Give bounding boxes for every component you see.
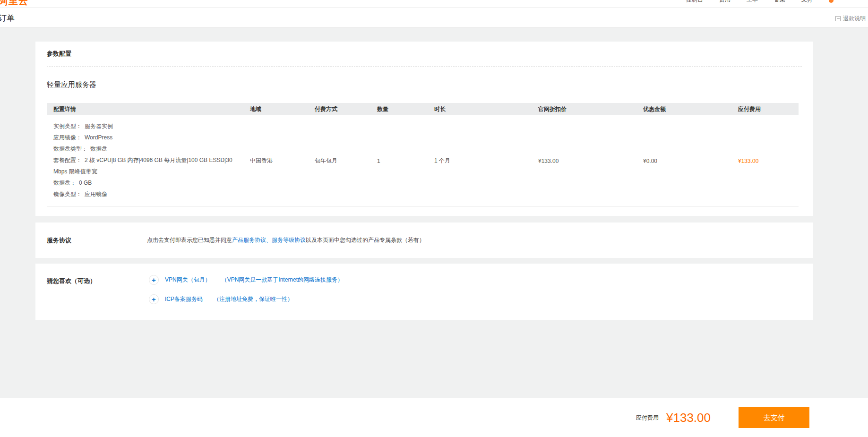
row-billing-method: 包年包月: [313, 157, 375, 165]
col-header-list-price: 官网折扣价: [536, 105, 641, 113]
main-content: 参数配置 轻量应用服务器 配置详情 地域 付费方式 数量 时长 官网折扣价 优惠…: [0, 28, 868, 398]
topnav-item-console[interactable]: 控制台: [686, 0, 703, 4]
col-header-quantity: 数量: [375, 105, 432, 113]
recommend-list: + VPN网关（包月） （VPN网关是一款基于Internet的网络连接服务） …: [149, 275, 343, 320]
top-nav: 阿里云 控制台 费用 工单 备案 支持: [0, 0, 868, 8]
recommend-item-desc: （VPN网关是一款基于Internet的网络连接服务）: [222, 276, 343, 284]
recommend-item-name: VPN网关（包月）: [165, 276, 211, 284]
pay-bar: 应付费用 ¥133.00 去支付: [0, 398, 868, 437]
col-header-region: 地域: [248, 105, 313, 113]
section-title-config: 参数配置: [47, 50, 802, 58]
topnav-item-billing[interactable]: 费用: [719, 0, 730, 4]
agreement-prefix: 点击去支付即表示您已知悉并同意: [147, 237, 232, 243]
topnav-item-support[interactable]: 支持: [801, 0, 813, 4]
config-line-datadisk: 数据盘：0 GB: [53, 177, 244, 189]
config-line-datadisk-type: 数据盘类型：数据盘: [53, 143, 244, 154]
payable-label: 应付费用: [636, 414, 659, 422]
page-title: 确认订单: [0, 13, 15, 24]
dashed-divider: [47, 66, 802, 67]
plus-icon[interactable]: +: [149, 275, 159, 285]
config-line-image-type: 镜像类型：应用镜像: [53, 189, 244, 200]
col-header-duration: 时长: [432, 105, 536, 113]
refund-note-label: 退款说明: [843, 15, 866, 23]
product-service-agreement-link[interactable]: 产品服务协议: [232, 237, 266, 243]
recommend-item-vpn[interactable]: + VPN网关（包月） （VPN网关是一款基于Internet的网络连接服务）: [149, 275, 343, 285]
avatar[interactable]: [829, 0, 834, 3]
title-bar: 确认订单 退款说明: [0, 8, 868, 28]
refund-note-icon: [835, 16, 841, 21]
section-title-agreement: 服务协议: [47, 236, 147, 245]
col-header-billing: 付费方式: [313, 105, 375, 113]
row-quantity: 1: [375, 158, 432, 164]
sla-agreement-link[interactable]: 服务等级协议: [272, 237, 306, 243]
payable-amount: ¥133.00: [666, 411, 711, 425]
row-duration: 1 个月: [432, 157, 536, 165]
plus-icon[interactable]: +: [149, 294, 159, 304]
topnav-item-icp[interactable]: 备案: [774, 0, 785, 4]
agreement-suffix: 以及本页面中您勾选过的产品专属条款（若有）: [306, 237, 425, 243]
col-header-discount: 优惠金额: [641, 105, 736, 113]
go-pay-button[interactable]: 去支付: [739, 407, 809, 428]
product-title: 轻量应用服务器: [47, 80, 802, 89]
order-table: 配置详情 地域 付费方式 数量 时长 官网折扣价 优惠金额 应付费用 实例类型：…: [47, 103, 799, 207]
config-line-app-image: 应用镜像：WordPress: [53, 132, 244, 143]
refund-note-link[interactable]: 退款说明: [835, 15, 866, 23]
parameter-config-card: 参数配置 轻量应用服务器 配置详情 地域 付费方式 数量 时长 官网折扣价 优惠…: [35, 42, 813, 216]
config-details: 实例类型：服务器实例 应用镜像：WordPress 数据盘类型：数据盘 套餐配置…: [47, 115, 248, 206]
col-header-config: 配置详情: [47, 105, 248, 113]
config-line-instance-type: 实例类型：服务器实例: [53, 120, 244, 132]
row-discount-amount: ¥0.00: [641, 158, 736, 164]
recommend-item-icp[interactable]: + ICP备案服务码 （注册地址免费，保证唯一性）: [149, 294, 343, 304]
row-payable-amount: ¥133.00: [736, 158, 799, 164]
col-header-payable: 应付费用: [736, 105, 799, 113]
service-agreement-card: 服务协议 点击去支付即表示您已知悉并同意产品服务协议、服务等级协议以及本页面中您…: [35, 223, 813, 258]
row-region: 中国香港: [248, 157, 313, 165]
agreement-text: 点击去支付即表示您已知悉并同意产品服务协议、服务等级协议以及本页面中您勾选过的产…: [147, 236, 425, 244]
brand-logo[interactable]: 阿里云: [0, 0, 28, 8]
section-title-recommend: 猜您喜欢（可选）: [47, 275, 149, 320]
recommendations-card: 猜您喜欢（可选） + VPN网关（包月） （VPN网关是一款基于Internet…: [35, 264, 813, 320]
topnav-item-ticket[interactable]: 工单: [747, 0, 758, 4]
recommend-item-name: ICP备案服务码: [165, 295, 203, 303]
order-table-header: 配置详情 地域 付费方式 数量 时长 官网折扣价 优惠金额 应付费用: [47, 103, 799, 115]
agreement-separator: 、: [266, 237, 272, 243]
config-line-plan: 套餐配置：2 核 vCPU|8 GB 内存|4096 GB 每月流量|100 G…: [53, 154, 244, 177]
table-row: 实例类型：服务器实例 应用镜像：WordPress 数据盘类型：数据盘 套餐配置…: [47, 115, 799, 207]
recommend-item-desc: （注册地址免费，保证唯一性）: [214, 295, 293, 303]
row-list-price: ¥133.00: [536, 158, 641, 164]
top-nav-items: 控制台 费用 工单 备案 支持: [686, 0, 813, 4]
